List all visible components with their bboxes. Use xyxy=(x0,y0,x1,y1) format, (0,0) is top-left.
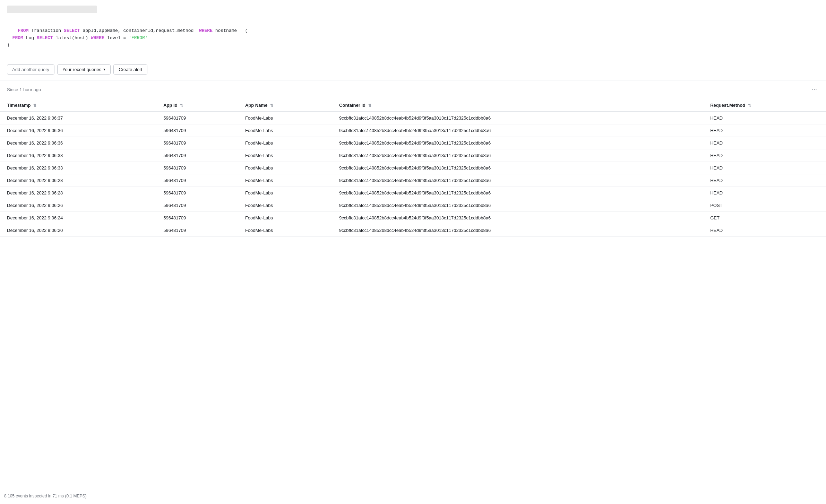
cell-row0-col3: 9ccbffc31afcc140852b8dcc4eab4b524d9f3f5a… xyxy=(332,112,703,124)
col-label-timestamp: Timestamp xyxy=(7,103,31,108)
col-label-requestmethod: Request.Method xyxy=(710,103,745,108)
cell-row9-col1: 596481709 xyxy=(156,224,238,236)
col-header-appname[interactable]: App Name ⇅ xyxy=(238,99,332,112)
cell-row2-col0: December 16, 2022 9:06:36 xyxy=(0,137,156,149)
cell-row2-col3: 9ccbffc31afcc140852b8dcc4eab4b524d9f3f5a… xyxy=(332,137,703,149)
query-code[interactable]: FROM Transaction SELECT appId,appName, c… xyxy=(7,17,819,60)
cell-row4-col3: 9ccbffc31afcc140852b8dcc4eab4b524d9f3f5a… xyxy=(332,162,703,174)
cell-row5-col4: HEAD xyxy=(703,174,826,186)
table-row[interactable]: December 16, 2022 9:06:26596481709FoodMe… xyxy=(0,199,826,211)
cell-row5-col2: FoodMe-Labs xyxy=(238,174,332,186)
sort-icon-timestamp: ⇅ xyxy=(33,103,36,107)
cell-row7-col0: December 16, 2022 9:06:26 xyxy=(0,199,156,211)
cell-row5-col0: December 16, 2022 9:06:28 xyxy=(0,174,156,186)
results-header: Since 1 hour ago ··· xyxy=(0,80,826,99)
cell-row6-col4: HEAD xyxy=(703,186,826,199)
cell-row3-col3: 9ccbffc31afcc140852b8dcc4eab4b524d9f3f5a… xyxy=(332,149,703,162)
col-header-timestamp[interactable]: Timestamp ⇅ xyxy=(0,99,156,112)
table-row[interactable]: December 16, 2022 9:06:36596481709FoodMe… xyxy=(0,124,826,137)
chevron-down-icon: ▾ xyxy=(103,67,105,72)
cell-row9-col0: December 16, 2022 9:06:20 xyxy=(0,224,156,236)
cell-row4-col4: HEAD xyxy=(703,162,826,174)
cell-row2-col4: HEAD xyxy=(703,137,826,149)
cell-row0-col2: FoodMe-Labs xyxy=(238,112,332,124)
cell-row3-col1: 596481709 xyxy=(156,149,238,162)
cell-row7-col3: 9ccbffc31afcc140852b8dcc4eab4b524d9f3f5a… xyxy=(332,199,703,211)
query-editor-section: FROM Transaction SELECT appId,appName, c… xyxy=(0,0,826,80)
cell-row8-col4: GET xyxy=(703,211,826,224)
cell-row4-col2: FoodMe-Labs xyxy=(238,162,332,174)
results-section: Since 1 hour ago ··· Timestamp ⇅ App Id … xyxy=(0,80,826,237)
cell-row7-col2: FoodMe-Labs xyxy=(238,199,332,211)
cell-row1-col2: FoodMe-Labs xyxy=(238,124,332,137)
table-row[interactable]: December 16, 2022 9:06:37596481709FoodMe… xyxy=(0,112,826,124)
results-table: Timestamp ⇅ App Id ⇅ App Name ⇅ Containe… xyxy=(0,99,826,237)
cell-row2-col1: 596481709 xyxy=(156,137,238,149)
cell-row1-col0: December 16, 2022 9:06:36 xyxy=(0,124,156,137)
cell-row1-col4: HEAD xyxy=(703,124,826,137)
table-body: December 16, 2022 9:06:37596481709FoodMe… xyxy=(0,112,826,237)
header-row: Timestamp ⇅ App Id ⇅ App Name ⇅ Containe… xyxy=(0,99,826,112)
cell-row4-col0: December 16, 2022 9:06:33 xyxy=(0,162,156,174)
cell-row0-col1: 596481709 xyxy=(156,112,238,124)
keyword-where-2: WHERE xyxy=(91,35,104,41)
table-row[interactable]: December 16, 2022 9:06:24596481709FoodMe… xyxy=(0,211,826,224)
col-label-appid: App Id xyxy=(163,103,177,108)
cell-row9-col2: FoodMe-Labs xyxy=(238,224,332,236)
recent-queries-label: Your recent queries xyxy=(62,67,101,72)
cell-row8-col2: FoodMe-Labs xyxy=(238,211,332,224)
condition-1: hostname = ( xyxy=(213,28,248,33)
table-row[interactable]: December 16, 2022 9:06:33596481709FoodMe… xyxy=(0,162,826,174)
cell-row0-col4: HEAD xyxy=(703,112,826,124)
table-row[interactable]: December 16, 2022 9:06:33596481709FoodMe… xyxy=(0,149,826,162)
sort-icon-appid: ⇅ xyxy=(180,103,183,107)
col-header-requestmethod[interactable]: Request.Method ⇅ xyxy=(703,99,826,112)
cell-row6-col1: 596481709 xyxy=(156,186,238,199)
cell-row5-col3: 9ccbffc31afcc140852b8dcc4eab4b524d9f3f5a… xyxy=(332,174,703,186)
query-bar-placeholder xyxy=(7,6,97,13)
cell-row1-col1: 596481709 xyxy=(156,124,238,137)
cell-row2-col2: FoodMe-Labs xyxy=(238,137,332,149)
cell-row6-col3: 9ccbffc31afcc140852b8dcc4eab4b524d9f3f5a… xyxy=(332,186,703,199)
cell-row6-col0: December 16, 2022 9:06:28 xyxy=(0,186,156,199)
cell-row9-col3: 9ccbffc31afcc140852b8dcc4eab4b524d9f3f5a… xyxy=(332,224,703,236)
add-query-button[interactable]: Add another query xyxy=(7,64,54,75)
col-header-appid[interactable]: App Id ⇅ xyxy=(156,99,238,112)
create-alert-button[interactable]: Create alert xyxy=(113,64,147,75)
string-value: 'ERROR' xyxy=(129,35,148,41)
closing-paren: ) xyxy=(7,42,10,47)
keyword-where-1: WHERE xyxy=(199,28,213,33)
fields-1: appId,appName, containerId,request.metho… xyxy=(80,28,199,33)
col-label-appname: App Name xyxy=(245,103,267,108)
recent-queries-button[interactable]: Your recent queries ▾ xyxy=(57,64,111,75)
cell-row3-col2: FoodMe-Labs xyxy=(238,149,332,162)
table-row[interactable]: December 16, 2022 9:06:36596481709FoodMe… xyxy=(0,137,826,149)
cell-row0-col0: December 16, 2022 9:06:37 xyxy=(0,112,156,124)
keyword-from-2: FROM xyxy=(12,35,23,41)
cell-row7-col1: 596481709 xyxy=(156,199,238,211)
table-row[interactable]: December 16, 2022 9:06:28596481709FoodMe… xyxy=(0,186,826,199)
more-options-button[interactable]: ··· xyxy=(810,85,819,94)
table-row[interactable]: December 16, 2022 9:06:20596481709FoodMe… xyxy=(0,224,826,236)
toolbar: Add another query Your recent queries ▾ … xyxy=(7,60,819,80)
since-label: Since 1 hour ago xyxy=(7,87,41,92)
entity-transaction: Transaction xyxy=(28,28,63,33)
cell-row8-col1: 596481709 xyxy=(156,211,238,224)
cell-row1-col3: 9ccbffc31afcc140852b8dcc4eab4b524d9f3f5a… xyxy=(332,124,703,137)
cell-row4-col1: 596481709 xyxy=(156,162,238,174)
table-header: Timestamp ⇅ App Id ⇅ App Name ⇅ Containe… xyxy=(0,99,826,112)
keyword-from-1: FROM xyxy=(18,28,28,33)
fields-2: latest(host) xyxy=(53,35,91,41)
cell-row3-col0: December 16, 2022 9:06:33 xyxy=(0,149,156,162)
cell-row6-col2: FoodMe-Labs xyxy=(238,186,332,199)
cell-row8-col3: 9ccbffc31afcc140852b8dcc4eab4b524d9f3f5a… xyxy=(332,211,703,224)
keyword-select-1: SELECT xyxy=(64,28,80,33)
col-label-containerid: Container Id xyxy=(339,103,365,108)
sort-icon-appname: ⇅ xyxy=(270,103,273,107)
col-header-containerid[interactable]: Container Id ⇅ xyxy=(332,99,703,112)
table-row[interactable]: December 16, 2022 9:06:28596481709FoodMe… xyxy=(0,174,826,186)
cell-row5-col1: 596481709 xyxy=(156,174,238,186)
entity-log: Log xyxy=(23,35,37,41)
cell-row8-col0: December 16, 2022 9:06:24 xyxy=(0,211,156,224)
cell-row3-col4: HEAD xyxy=(703,149,826,162)
